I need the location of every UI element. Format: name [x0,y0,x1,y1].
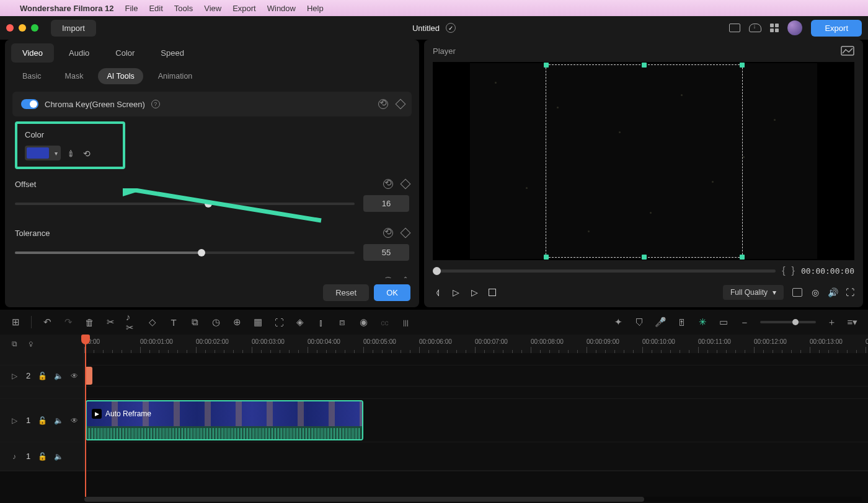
color-reset-icon[interactable]: ⟲ [83,149,92,157]
subtab-mask[interactable]: Mask [56,68,92,84]
mute-icon[interactable]: 🔈 [54,372,63,380]
adjust-icon[interactable]: ⫿ [316,317,327,328]
shield-icon[interactable]: ⛉ [634,317,645,328]
edge-reset-icon[interactable] [383,277,393,278]
offset-keyframe-icon[interactable] [401,179,411,190]
tab-speed[interactable]: Speed [149,43,195,63]
lock-icon[interactable]: 🔓 [38,452,46,461]
caption-icon[interactable]: ㏄ [379,317,390,328]
offset-slider[interactable] [15,203,355,205]
next-frame-icon[interactable]: ▷ [470,288,479,297]
scope-icon[interactable] [841,46,854,56]
chroma-keyframe-icon[interactable] [396,99,406,110]
crop-handle-bl[interactable] [544,255,549,260]
auto-enhance-icon[interactable]: ✦ [613,317,624,328]
timeline-scrollbar[interactable] [84,497,862,502]
cut-icon[interactable]: ✂ [105,317,116,328]
apps-grid-icon[interactable] [770,24,779,32]
mark-out-icon[interactable]: } [792,265,795,276]
speed-icon[interactable]: ◷ [210,317,221,328]
tolerance-slider[interactable] [15,252,355,254]
text-icon[interactable]: T [168,317,179,328]
tolerance-reset-icon[interactable] [383,228,393,238]
mask-tool-icon[interactable]: ◉ [358,317,369,328]
app-name[interactable]: Wondershare Filmora 12 [20,4,113,13]
crop-handle-tm[interactable] [642,63,647,68]
layout-icon[interactable]: ⊞ [10,317,21,328]
music-split-icon[interactable]: ♪✂ [126,317,137,328]
expand-icon[interactable]: ⛶ [273,317,285,328]
fullscreen-icon[interactable]: ⛶ [846,288,854,297]
project-status-icon[interactable]: ✓ [446,23,456,33]
mixer-icon[interactable]: 🎚 [676,317,687,328]
group-icon[interactable]: ⧈ [337,317,348,328]
menu-help[interactable]: Help [307,4,324,13]
ok-button[interactable]: OK [374,284,410,301]
link-icon[interactable]: ⊕ [231,317,242,328]
offset-reset-icon[interactable] [383,179,393,189]
ai-tool-icon[interactable]: ✳ [697,317,708,328]
tab-video[interactable]: Video [11,43,54,63]
fullscreen-window-icon[interactable] [31,24,38,32]
color-swatch-dropdown[interactable]: ▾ [25,146,61,160]
tag-icon[interactable]: ◇ [147,317,158,328]
menu-window[interactable]: Window [267,4,296,13]
crop-handle-tr[interactable] [740,63,745,68]
marker-list-icon[interactable]: ▭ [718,317,729,328]
subtab-ai-tools[interactable]: AI Tools [98,68,143,84]
player-scrubber[interactable] [433,269,776,273]
tab-audio[interactable]: Audio [58,43,100,63]
color-tool-icon[interactable]: ▦ [252,317,264,328]
zoom-out-icon[interactable]: − [739,317,750,328]
export-button[interactable]: Export [811,20,862,37]
keyframe-tool-icon[interactable]: ◈ [294,317,306,328]
visibility-icon[interactable]: 👁 [70,372,79,380]
magnet-icon[interactable]: ⧉ [10,339,19,348]
prev-frame-icon[interactable]: ⦉ [433,288,441,297]
snapshot-icon[interactable]: ◎ [811,288,820,297]
import-button[interactable]: Import [51,20,96,37]
link-clips-icon[interactable]: ⧬ [26,339,35,348]
minimize-window-icon[interactable] [19,24,26,32]
volume-icon[interactable]: 🔊 [828,288,837,297]
redo-icon[interactable]: ↷ [63,317,74,328]
zoom-slider[interactable] [760,321,816,323]
menu-tools[interactable]: Tools [174,4,193,13]
tolerance-value[interactable]: 55 [363,244,409,261]
project-title[interactable]: Untitled [412,24,440,33]
timeline-ruler[interactable]: ⧉ ⧬ 00:0000:00:01:0000:00:02:0000:00:03:… [0,335,868,353]
user-avatar[interactable] [787,20,802,35]
quality-selector[interactable]: Full Quality ▾ [723,285,784,300]
device-icon[interactable] [729,24,740,32]
menu-edit[interactable]: Edit [149,4,162,13]
player-canvas[interactable] [470,63,817,259]
offset-value[interactable]: 16 [363,195,409,212]
undo-icon[interactable]: ↶ [42,317,53,328]
track-height-icon[interactable]: ≡▾ [847,317,858,328]
crop-handle-br[interactable] [740,255,745,260]
mute-icon[interactable]: 🔈 [54,452,63,461]
video-clip[interactable]: ▶ Auto Reframe [86,400,363,440]
eyedropper-icon[interactable]: ✐ [65,146,79,160]
subtab-animation[interactable]: Animation [149,68,202,84]
stop-icon[interactable] [489,289,496,296]
info-icon[interactable]: ? [151,100,160,108]
scrollbar-thumb[interactable] [84,497,644,502]
chroma-reset-icon[interactable] [378,99,388,109]
reset-button[interactable]: Reset [323,284,369,301]
chroma-key-toggle[interactable] [21,99,38,109]
play-icon[interactable]: ▷ [451,288,460,297]
tab-color[interactable]: Color [104,43,146,63]
subtab-basic[interactable]: Basic [14,68,50,84]
tolerance-keyframe-icon[interactable] [401,228,411,238]
zoom-in-icon[interactable]: ＋ [826,317,837,328]
lock-icon[interactable]: 🔓 [38,372,46,380]
mute-icon[interactable]: 🔈 [54,416,63,425]
close-window-icon[interactable] [6,24,14,32]
audio-tool-icon[interactable]: ⫼ [400,317,411,328]
mic-icon[interactable]: 🎤 [655,317,666,328]
scrubber-thumb[interactable] [433,267,441,275]
crop-handle-tl[interactable] [544,63,549,68]
menu-file[interactable]: File [125,4,138,13]
cloud-download-icon[interactable] [749,24,761,32]
